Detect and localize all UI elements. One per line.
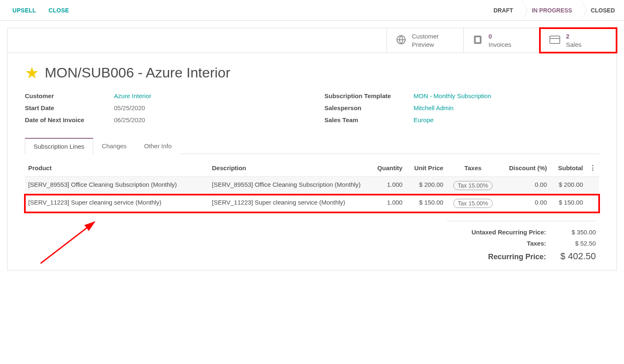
total-value: $ 402.50 — [559, 251, 596, 262]
field-value: 05/25/2020 — [114, 104, 145, 111]
tax-pill: Tax 15.00% — [453, 181, 493, 190]
cell-product: [SERV_11223] Super cleaning service (Mon… — [25, 195, 209, 212]
total-value: $ 52.50 — [559, 240, 596, 247]
tax-pill: Tax 15.00% — [453, 199, 493, 208]
stage-closed[interactable]: CLOSED — [581, 0, 624, 20]
invoices-count: 0 — [489, 32, 511, 41]
col-qty[interactable]: Quantity — [370, 160, 406, 177]
book-icon — [473, 35, 483, 46]
sales-team-link[interactable]: Europe — [414, 116, 433, 123]
column-options-icon[interactable]: ⋮ — [586, 160, 599, 177]
col-description[interactable]: Description — [209, 160, 370, 177]
cell-qty: 1.000 — [370, 195, 406, 212]
field-template: Subscription Template MON - Monthly Subs… — [324, 92, 599, 99]
card-icon — [549, 36, 560, 45]
field-customer: Customer Azure Interior — [25, 92, 300, 99]
field-start-date: Start Date 05/25/2020 — [25, 104, 300, 111]
cell-subtotal: $ 200.00 — [550, 177, 586, 195]
tab-subscription-lines[interactable]: Subscription Lines — [25, 138, 93, 154]
page-title: MON/SUB006 - Azure Interior — [45, 65, 230, 81]
form-fields: Customer Azure Interior Start Date 05/25… — [7, 85, 617, 127]
table-row[interactable]: [SERV_11223] Super cleaning service (Mon… — [25, 195, 599, 212]
cell-discount: 0.00 — [499, 177, 550, 195]
stat-label: Customer — [412, 32, 439, 41]
total-label: Recurring Price: — [447, 253, 546, 261]
topbar: UPSELL CLOSE DRAFT IN PROGRESS CLOSED — [0, 0, 624, 21]
cell-unit-price: $ 150.00 — [406, 195, 446, 212]
field-label: Date of Next Invoice — [25, 116, 114, 123]
field-label: Start Date — [25, 104, 114, 111]
stat-buttons: Customer Preview 0 Invoices 2 Sales — [7, 28, 617, 53]
subscription-lines-table: Product Description Quantity Unit Price … — [25, 160, 599, 212]
fields-left: Customer Azure Interior Start Date 05/25… — [25, 92, 300, 123]
col-product[interactable]: Product — [25, 160, 209, 177]
customer-link[interactable]: Azure Interior — [114, 92, 151, 99]
upsell-button[interactable]: UPSELL — [12, 7, 36, 14]
fields-right: Subscription Template MON - Monthly Subs… — [324, 92, 599, 123]
cell-qty: 1.000 — [370, 177, 406, 195]
favorite-star-icon[interactable]: ★ — [25, 65, 39, 81]
field-label: Salesperson — [324, 104, 414, 111]
tab-changes[interactable]: Changes — [93, 138, 135, 154]
total-label: Taxes: — [447, 240, 546, 247]
field-value: 06/25/2020 — [114, 116, 145, 123]
field-sales-team: Sales Team Europe — [324, 116, 599, 123]
field-label: Customer — [25, 92, 114, 99]
cell-unit-price: $ 200.00 — [406, 177, 446, 195]
cell-description: [SERV_89553] Office Cleaning Subscriptio… — [209, 177, 370, 195]
template-link[interactable]: MON - Monthly Subscription — [414, 92, 491, 99]
customer-preview-button[interactable]: Customer Preview — [387, 28, 463, 53]
col-subtotal[interactable]: Subtotal — [550, 160, 586, 177]
tabs: Subscription Lines Changes Other Info — [25, 137, 599, 154]
col-discount[interactable]: Discount (%) — [499, 160, 550, 177]
total-taxes: Taxes: $ 52.50 — [447, 240, 596, 247]
topbar-actions: UPSELL CLOSE — [12, 0, 69, 20]
form-sheet: Customer Preview 0 Invoices 2 Sales ★ M — [7, 28, 617, 270]
total-label: Untaxed Recurring Price: — [447, 229, 546, 236]
title-row: ★ MON/SUB006 - Azure Interior — [7, 53, 617, 85]
field-salesperson: Salesperson Mitchell Admin — [324, 104, 599, 111]
stage-in-progress[interactable]: IN PROGRESS — [522, 0, 581, 20]
svg-rect-1 — [550, 36, 560, 43]
close-button[interactable]: CLOSE — [48, 7, 69, 14]
status-stages: DRAFT IN PROGRESS CLOSED — [484, 0, 624, 20]
table-row[interactable]: [SERV_89553] Office Cleaning Subscriptio… — [25, 177, 599, 195]
col-unit-price[interactable]: Unit Price — [406, 160, 446, 177]
totals: Untaxed Recurring Price: $ 350.00 Taxes:… — [7, 212, 617, 262]
tab-other-info[interactable]: Other Info — [135, 138, 181, 154]
salesperson-link[interactable]: Mitchell Admin — [414, 104, 454, 111]
globe-icon — [396, 35, 406, 46]
sales-button[interactable]: 2 Sales — [540, 28, 617, 53]
stat-label: Invoices — [489, 41, 511, 49]
total-untaxed: Untaxed Recurring Price: $ 350.00 — [447, 229, 596, 236]
cell-product: [SERV_89553] Office Cleaning Subscriptio… — [25, 177, 209, 195]
cell-subtotal: $ 150.00 — [550, 195, 586, 212]
invoices-button[interactable]: 0 Invoices — [463, 28, 540, 53]
field-label: Sales Team — [324, 116, 414, 123]
total-recurring: Recurring Price: $ 402.50 — [447, 251, 596, 262]
table-wrap: Product Description Quantity Unit Price … — [7, 160, 617, 212]
field-next-invoice: Date of Next Invoice 06/25/2020 — [25, 116, 300, 123]
cell-discount: 0.00 — [499, 195, 550, 212]
sales-count: 2 — [566, 32, 582, 41]
cell-description: [SERV_11223] Super cleaning service (Mon… — [209, 195, 370, 212]
stage-draft[interactable]: DRAFT — [484, 0, 522, 20]
stat-label: Sales — [566, 41, 582, 49]
field-label: Subscription Template — [324, 92, 414, 99]
col-taxes[interactable]: Taxes — [447, 160, 499, 177]
total-value: $ 350.00 — [559, 229, 596, 236]
stat-label: Preview — [412, 41, 439, 49]
